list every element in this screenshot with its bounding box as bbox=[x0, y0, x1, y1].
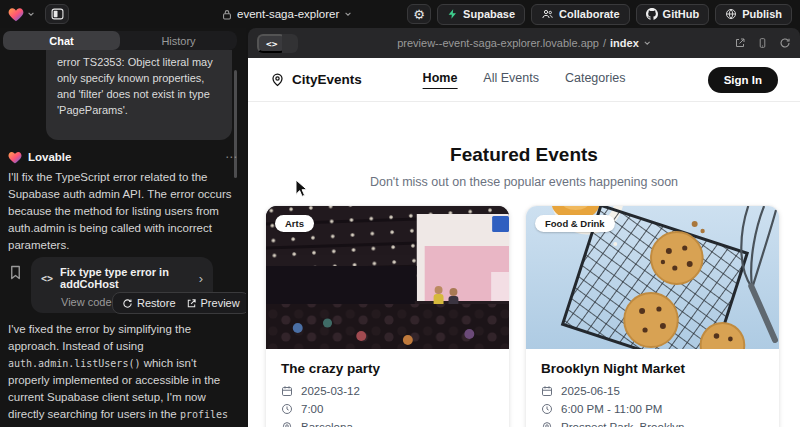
event-title: The crazy party bbox=[281, 361, 494, 376]
preview-url-host: preview--event-saga-explorer.lovable.app bbox=[397, 37, 599, 49]
assistant-intro-text: I'll fix the TypeScript error related to… bbox=[8, 169, 234, 254]
code-change-title: Fix type type error in addCoHost bbox=[60, 266, 192, 290]
refresh-button[interactable] bbox=[779, 37, 791, 49]
site-brand-label: CityEvents bbox=[292, 72, 362, 87]
preview-toolbar: <> preview--event-saga-explorer.lovable.… bbox=[248, 28, 800, 58]
event-date-row: 2025-03-12 bbox=[281, 385, 494, 397]
user-error-text: error TS2353: Object literal may only sp… bbox=[57, 54, 221, 118]
site-nav: Home All Events Categories bbox=[423, 71, 626, 89]
event-date: 2025-03-12 bbox=[301, 385, 360, 397]
calendar-icon bbox=[281, 385, 293, 397]
summary-code-2: profiles bbox=[180, 409, 228, 420]
nav-home[interactable]: Home bbox=[423, 71, 458, 89]
message-actions: Restore Preview bbox=[112, 292, 246, 314]
topbar: event-saga-explorer ⚙ Supabase Collabo bbox=[0, 0, 800, 28]
toolbar-ghost bbox=[282, 34, 298, 53]
event-image-cookies: Food & Drink bbox=[526, 206, 779, 349]
chevron-down-icon bbox=[344, 10, 352, 18]
event-time-row: 6:00 PM - 11:00 PM bbox=[541, 403, 764, 415]
bookmark-icon[interactable] bbox=[9, 265, 22, 280]
chat-sidebar: Chat History error TS2353: Object litera… bbox=[0, 28, 246, 427]
nav-categories[interactable]: Categories bbox=[565, 71, 625, 89]
project-name: event-saga-explorer bbox=[237, 8, 339, 20]
category-badge: Food & Drink bbox=[535, 215, 615, 232]
restore-label: Restore bbox=[137, 297, 176, 309]
site-header: CityEvents Home All Events Categories Si… bbox=[248, 58, 800, 102]
tab-chat-label: Chat bbox=[49, 35, 73, 47]
event-location: Prospect Park, Brooklyn bbox=[561, 421, 684, 427]
lovable-menu[interactable] bbox=[8, 7, 35, 22]
lovable-logo-icon bbox=[8, 151, 22, 164]
event-image-conference: Arts bbox=[266, 206, 509, 349]
external-link-icon bbox=[186, 298, 197, 309]
event-card-body: Brooklyn Night Market 2025-06-15 bbox=[526, 349, 779, 427]
preview-url-bar[interactable]: preview--event-saga-explorer.lovable.app… bbox=[397, 37, 651, 49]
category-badge: Arts bbox=[275, 215, 314, 232]
collaborate-label: Collaborate bbox=[559, 8, 620, 20]
event-card-brooklyn-market[interactable]: Food & Drink Brooklyn Night Market 2025-… bbox=[525, 205, 780, 427]
event-time-row: 7:00 bbox=[281, 403, 494, 415]
phone-icon bbox=[757, 37, 768, 49]
event-time: 6:00 PM - 11:00 PM bbox=[561, 403, 662, 415]
event-card-crazy-party[interactable]: Arts The crazy party 2025-03-12 bbox=[265, 205, 510, 427]
topbar-actions: ⚙ Supabase Collaborate GitHub bbox=[407, 4, 792, 25]
tab-chat[interactable]: Chat bbox=[3, 31, 120, 50]
tab-history[interactable]: History bbox=[120, 31, 237, 50]
event-card-body: The crazy party 2025-03-12 bbox=[266, 349, 509, 427]
preview-button[interactable]: Preview bbox=[186, 297, 240, 309]
sign-in-button[interactable]: Sign In bbox=[708, 67, 778, 93]
location-pin-icon bbox=[281, 421, 293, 427]
project-name-menu[interactable]: event-saga-explorer bbox=[222, 0, 352, 28]
panel-left-icon bbox=[51, 8, 64, 20]
event-date-row: 2025-06-15 bbox=[541, 385, 764, 397]
supabase-bolt-icon bbox=[447, 8, 458, 20]
event-location-row: Prospect Park, Brooklyn bbox=[541, 421, 764, 427]
preview-toolbar-actions bbox=[734, 37, 791, 49]
clock-icon bbox=[541, 403, 553, 415]
summary-text-1: I've fixed the error by simplifying the … bbox=[8, 323, 191, 352]
people-icon bbox=[541, 8, 554, 20]
code-icon: <> bbox=[266, 38, 277, 49]
message-menu-button[interactable]: ⋯ bbox=[225, 150, 238, 164]
nav-all-events[interactable]: All Events bbox=[483, 71, 539, 89]
chat-history-tabs: Chat History bbox=[3, 31, 237, 50]
mobile-view-button[interactable] bbox=[757, 37, 768, 49]
location-pin-icon bbox=[270, 72, 285, 87]
chevron-down-icon bbox=[27, 10, 35, 18]
preview-url-separator: / bbox=[603, 37, 606, 49]
chevron-down-icon bbox=[643, 39, 651, 47]
chevron-right-icon: › bbox=[199, 271, 203, 286]
settings-button[interactable]: ⚙ bbox=[407, 4, 431, 24]
external-link-icon bbox=[734, 37, 746, 49]
event-title: Brooklyn Night Market bbox=[541, 361, 764, 376]
lovable-logo-icon bbox=[8, 7, 24, 22]
refresh-icon bbox=[779, 37, 791, 49]
sidebar-toggle-button[interactable] bbox=[45, 4, 69, 24]
calendar-icon bbox=[541, 385, 553, 397]
open-in-new-tab-button[interactable] bbox=[734, 37, 746, 49]
restore-button[interactable]: Restore bbox=[122, 297, 176, 309]
hero-section: Featured Events Don't miss out on these … bbox=[248, 144, 800, 189]
summary-code-1: auth.admin.listUsers() bbox=[8, 358, 140, 369]
event-cards: Arts The crazy party 2025-03-12 bbox=[265, 205, 780, 427]
supabase-button[interactable]: Supabase bbox=[437, 4, 525, 25]
event-time: 7:00 bbox=[301, 403, 323, 415]
publish-label: Publish bbox=[742, 8, 782, 20]
hero-subtitle: Don't miss out on these popular events h… bbox=[248, 175, 800, 189]
github-label: GitHub bbox=[663, 8, 700, 20]
assistant-name: Lovable bbox=[28, 151, 71, 163]
github-icon bbox=[646, 8, 658, 20]
collaborate-button[interactable]: Collaborate bbox=[531, 4, 630, 25]
globe-icon bbox=[725, 8, 737, 20]
tab-history-label: History bbox=[161, 35, 195, 47]
publish-button[interactable]: Publish bbox=[715, 4, 792, 25]
clock-icon bbox=[281, 403, 293, 415]
site-brand[interactable]: CityEvents bbox=[270, 72, 362, 87]
supabase-label: Supabase bbox=[463, 8, 515, 20]
user-error-message: error TS2353: Object literal may only sp… bbox=[46, 50, 232, 140]
event-date: 2025-06-15 bbox=[561, 385, 620, 397]
github-button[interactable]: GitHub bbox=[636, 4, 710, 25]
event-location: Barcelona bbox=[301, 421, 353, 427]
location-pin-icon bbox=[541, 421, 553, 427]
hero-title: Featured Events bbox=[248, 144, 800, 166]
